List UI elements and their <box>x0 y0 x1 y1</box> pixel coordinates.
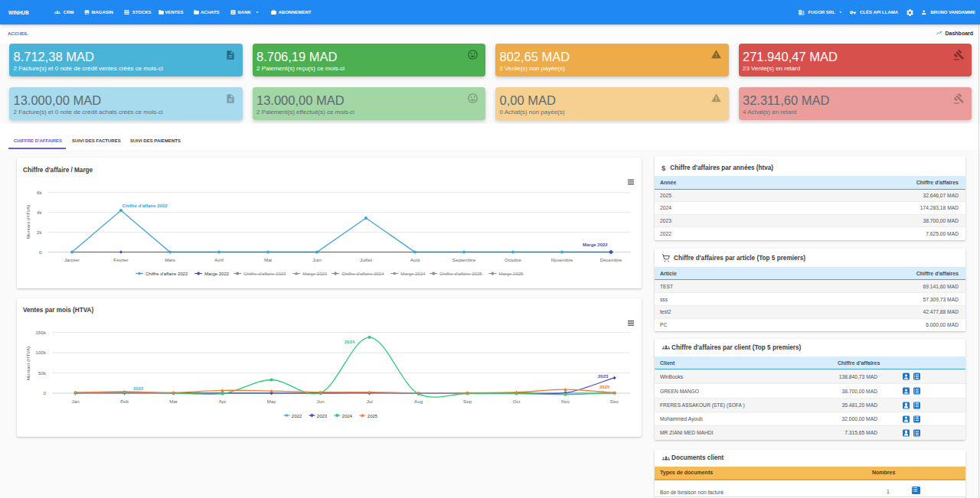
svg-text:Novembre: Novembre <box>551 257 573 262</box>
svg-text:Apr: Apr <box>219 399 227 404</box>
svg-text:Chiffre d'affaire 2022: Chiffre d'affaire 2022 <box>145 272 188 276</box>
svg-text:Mar: Mar <box>169 399 178 404</box>
svg-text:Aug: Aug <box>414 399 423 404</box>
svg-text:2024: 2024 <box>342 414 353 418</box>
svg-text:Juillet: Juillet <box>360 257 372 262</box>
svg-text:2023: 2023 <box>598 374 609 379</box>
svg-text:Marge 2022: Marge 2022 <box>204 272 230 276</box>
svg-text:Août: Août <box>410 257 420 262</box>
svg-text:2022: 2022 <box>133 386 144 391</box>
svg-text:Octobre: Octobre <box>505 257 522 262</box>
svg-text:Jul: Jul <box>367 399 373 404</box>
svg-text:Chiffre d'affaire / Marge: Chiffre d'affaire / Marge <box>23 167 93 174</box>
svg-text:Feb: Feb <box>120 399 129 404</box>
svg-text:2025: 2025 <box>599 385 610 389</box>
svg-text:Nov: Nov <box>561 399 570 404</box>
svg-text:0: 0 <box>39 249 42 255</box>
svg-text:2k: 2k <box>37 229 42 235</box>
svg-text:Chiffre d'affaire 2024: Chiffre d'affaire 2024 <box>341 272 384 276</box>
svg-text:2024: 2024 <box>345 340 355 344</box>
svg-text:50k: 50k <box>38 370 47 376</box>
svg-text:May: May <box>267 399 277 404</box>
svg-text:Mai: Mai <box>264 257 272 262</box>
svg-text:Décembre: Décembre <box>600 257 622 262</box>
svg-text:Oct: Oct <box>513 399 521 404</box>
svg-text:Sep: Sep <box>463 399 472 404</box>
svg-text:6k: 6k <box>37 190 42 195</box>
svg-text:Chiffre d'affaire 2025: Chiffre d'affaire 2025 <box>439 272 482 276</box>
svg-text:Septembre: Septembre <box>452 257 476 262</box>
svg-text:Janvier: Janvier <box>64 257 80 262</box>
svg-text:Marge 2025: Marge 2025 <box>498 272 524 276</box>
svg-text:150k: 150k <box>36 330 47 335</box>
svg-text:Ventes par mois (HTVA): Ventes par mois (HTVA) <box>23 307 93 314</box>
svg-text:Février: Février <box>113 257 128 262</box>
svg-text:Dec: Dec <box>610 399 619 404</box>
svg-text:2025: 2025 <box>368 414 378 418</box>
svg-text:Jun: Jun <box>317 399 325 404</box>
svg-text:Chiffre d'affaire 2022: Chiffre d'affaire 2022 <box>122 203 168 208</box>
svg-text:100k: 100k <box>36 350 47 355</box>
svg-text:Juin: Juin <box>312 257 322 262</box>
svg-text:Mars: Mars <box>165 257 175 262</box>
svg-text:Marge 2024: Marge 2024 <box>400 272 426 276</box>
svg-text:Avril: Avril <box>214 257 224 262</box>
svg-text:Montant (HTVA): Montant (HTVA) <box>25 205 31 239</box>
svg-text:Jan: Jan <box>72 399 80 404</box>
svg-text:Montant (HTVA): Montant (HTVA) <box>25 347 31 380</box>
svg-text:Marge 2023: Marge 2023 <box>302 272 328 276</box>
svg-text:Chiffre d'affaire 2023: Chiffre d'affaire 2023 <box>243 272 286 276</box>
svg-text:2022: 2022 <box>292 414 302 418</box>
svg-text:Marge 2022: Marge 2022 <box>583 242 608 247</box>
svg-text:0: 0 <box>44 390 47 395</box>
svg-text:2023: 2023 <box>317 414 328 418</box>
svg-text:4k: 4k <box>37 210 42 215</box>
